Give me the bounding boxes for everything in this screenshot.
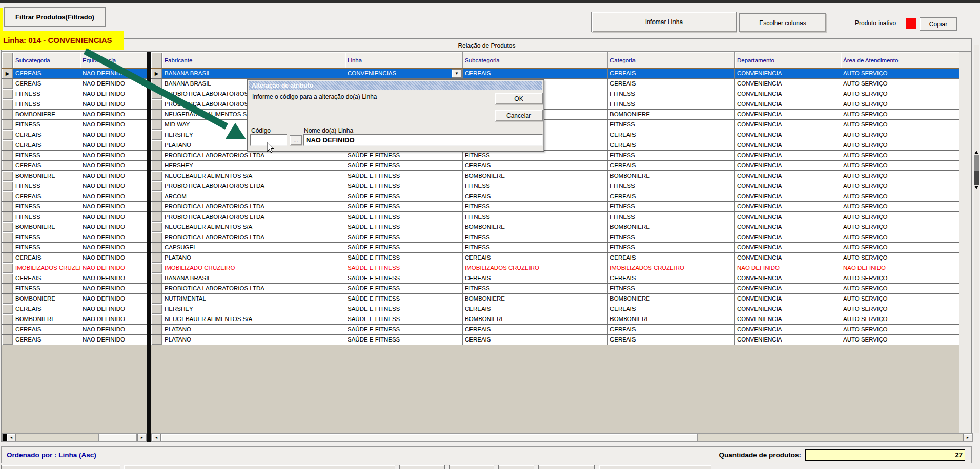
cell-subcategoria[interactable]: CEREAIS xyxy=(13,304,80,314)
row-indicator-cell[interactable] xyxy=(151,243,162,252)
table-row[interactable]: NEUGEBAUER ALIMENTOS S/ASAÚDE E FITNESSB… xyxy=(151,171,959,181)
cell-fabricante[interactable]: PLATANO xyxy=(162,335,345,345)
vertical-scrollbar[interactable] xyxy=(974,45,979,433)
row-indicator-cell[interactable] xyxy=(151,79,162,89)
nome-field[interactable]: NAO DEFINIDO xyxy=(303,134,543,146)
cell-linha[interactable]: SAÚDE E FITNESS xyxy=(345,171,463,181)
row-indicator-cell[interactable] xyxy=(2,314,13,324)
cell-subcategoria[interactable]: BOMBONIERE xyxy=(13,314,80,324)
cell-departamento[interactable]: CONVENIENCIA xyxy=(735,79,841,89)
cell-subcategoria2[interactable]: BOMBONIERE xyxy=(463,294,608,304)
cell-departamento[interactable]: CONVENIENCIA xyxy=(735,151,841,160)
cell-categoria[interactable]: FITNESS xyxy=(608,212,735,222)
column-header-linha[interactable]: Linha xyxy=(345,52,463,68)
row-indicator-cell[interactable] xyxy=(2,325,13,334)
cell-subcategoria[interactable]: CEREAIS xyxy=(13,335,80,345)
cell-subcategoria[interactable]: FITNESS xyxy=(13,284,80,293)
scrollbar-thumb[interactable] xyxy=(161,434,698,441)
cell-departamento[interactable]: CONVENIENCIA xyxy=(735,294,841,304)
row-indicator-cell[interactable] xyxy=(151,222,162,232)
cell-fabricante[interactable]: CAPSUGEL xyxy=(162,243,345,252)
cell-area[interactable]: AUTO SERVIÇO xyxy=(841,294,959,304)
row-indicator-cell[interactable]: ▶ xyxy=(2,69,13,78)
cell-subcategoria[interactable]: BOMBONIERE xyxy=(13,222,80,232)
row-indicator-cell[interactable] xyxy=(2,191,13,201)
cell-subcategoria2[interactable]: FITNESS xyxy=(463,202,608,211)
codigo-input[interactable] xyxy=(250,134,287,146)
bottom-button-partial[interactable] xyxy=(498,465,534,469)
table-row[interactable]: PROBIOTICA LABORATORIOS LTDASAÚDE E FITN… xyxy=(151,212,959,222)
cell-area[interactable]: AUTO SERVIÇO xyxy=(841,120,959,130)
cell-departamento[interactable]: CONVENIENCIA xyxy=(735,314,841,324)
cell-linha[interactable]: SAÚDE E FITNESS xyxy=(345,161,463,170)
table-row[interactable]: CEREAISNAO DEFINIDO xyxy=(2,161,147,171)
row-indicator-cell[interactable] xyxy=(2,140,13,150)
row-indicator-cell[interactable] xyxy=(2,89,13,99)
scroll-right-icon[interactable]: ► xyxy=(137,434,147,441)
cell-equivalencia[interactable]: NAO DEFINIDO xyxy=(80,161,147,170)
cell-categoria[interactable]: BOMBONIERE xyxy=(608,294,735,304)
cell-subcategoria2[interactable]: CEREAIS xyxy=(463,335,608,345)
cell-categoria[interactable]: CEREAIS xyxy=(608,325,735,334)
cell-linha[interactable]: SAÚDE E FITNESS xyxy=(345,232,463,242)
cell-linha[interactable]: SAÚDE E FITNESS xyxy=(345,191,463,201)
cell-area[interactable]: AUTO SERVIÇO xyxy=(841,89,959,99)
cell-fabricante[interactable]: PLATANO xyxy=(162,253,345,263)
cell-linha[interactable]: CONVENIENCIAS▼ xyxy=(345,69,463,78)
column-header-subcategoria[interactable]: Subcategoria xyxy=(13,52,80,68)
cell-subcategoria[interactable]: CEREAIS xyxy=(13,273,80,283)
cell-equivalencia[interactable]: NAO DEFINIDO xyxy=(80,232,147,242)
table-row[interactable]: PROBIOTICA LABORATORIOS LTDASAÚDE E FITN… xyxy=(151,284,959,294)
cell-subcategoria[interactable]: CEREAIS xyxy=(13,253,80,263)
row-indicator-cell[interactable] xyxy=(151,325,162,334)
cell-subcategoria[interactable]: FITNESS xyxy=(13,243,80,252)
cell-categoria[interactable]: BOMBONIERE xyxy=(608,314,735,324)
bottom-button-partial[interactable] xyxy=(124,465,395,469)
table-row[interactable]: ARCOMSAÚDE E FITNESSCEREAISCEREAISCONVEN… xyxy=(151,191,959,202)
table-row[interactable]: BOMBONIERENAO DEFINIDO xyxy=(2,171,147,181)
cell-area[interactable]: AUTO SERVIÇO xyxy=(841,191,959,201)
row-indicator-cell[interactable] xyxy=(151,263,162,273)
table-row[interactable]: FITNESSNAO DEFINIDO xyxy=(2,120,147,130)
cell-categoria[interactable]: FITNESS xyxy=(608,99,735,109)
table-row[interactable]: CEREAISNAO DEFINIDO xyxy=(2,273,147,284)
cell-categoria[interactable]: FITNESS xyxy=(608,89,735,99)
escolher-colunas-button[interactable]: Escolher colunas xyxy=(739,13,826,32)
cell-subcategoria[interactable]: IMOBILIZADOS CRUZEIRO xyxy=(13,263,80,273)
bottom-button-partial[interactable] xyxy=(449,465,494,469)
cell-area[interactable]: AUTO SERVIÇO xyxy=(841,212,959,222)
cell-area[interactable]: AUTO SERVIÇO xyxy=(841,69,959,78)
row-indicator-cell[interactable] xyxy=(2,120,13,130)
row-indicator-cell[interactable] xyxy=(151,284,162,293)
cell-fabricante[interactable]: PROBIOTICA LABORATORIOS LTDA xyxy=(162,202,345,211)
cell-subcategoria[interactable]: FITNESS xyxy=(13,89,80,99)
cell-area[interactable]: AUTO SERVIÇO xyxy=(841,253,959,263)
cell-categoria[interactable]: FITNESS xyxy=(608,120,735,130)
table-row[interactable]: FITNESSNAO DEFINIDO xyxy=(2,151,147,161)
cell-categoria[interactable]: BOMBONIERE xyxy=(608,110,735,119)
row-indicator-cell[interactable] xyxy=(2,212,13,222)
row-indicator-cell[interactable] xyxy=(151,253,162,263)
vertical-scrollbar-thumb[interactable] xyxy=(974,155,979,185)
cell-area[interactable]: AUTO SERVIÇO xyxy=(841,99,959,109)
cell-equivalencia[interactable]: NAO DEFINIDO xyxy=(80,294,147,304)
cell-linha[interactable]: SAÚDE E FITNESS xyxy=(345,294,463,304)
cell-linha[interactable]: SAÚDE E FITNESS xyxy=(345,212,463,222)
table-row[interactable]: HERSHEYSAÚDE E FITNESSCEREAISCEREAISCONV… xyxy=(151,161,959,171)
table-row[interactable]: FITNESSNAO DEFINIDO xyxy=(2,243,147,253)
cell-equivalencia[interactable]: NAO DEFINIDO xyxy=(80,79,147,89)
table-row[interactable]: CEREAISNAO DEFINIDO xyxy=(2,140,147,151)
table-row[interactable]: NEUGEBAUER ALIMENTOS S/ASAÚDE E FITNESSB… xyxy=(151,314,959,325)
cell-subcategoria[interactable]: FITNESS xyxy=(13,212,80,222)
cell-subcategoria2[interactable]: FITNESS xyxy=(463,181,608,191)
cell-departamento[interactable]: CONVENIENCIA xyxy=(735,120,841,130)
cell-categoria[interactable]: FITNESS xyxy=(608,232,735,242)
cell-linha[interactable]: SAÚDE E FITNESS xyxy=(345,263,463,273)
row-indicator-cell[interactable] xyxy=(151,212,162,222)
cell-subcategoria[interactable]: CEREAIS xyxy=(13,79,80,89)
row-indicator-cell[interactable] xyxy=(2,151,13,160)
cell-departamento[interactable]: CONVENIENCIA xyxy=(735,304,841,314)
row-indicator-cell[interactable] xyxy=(2,222,13,232)
cell-departamento[interactable]: CONVENIENCIA xyxy=(735,181,841,191)
table-row[interactable]: BOMBONIERENAO DEFINIDO xyxy=(2,314,147,325)
